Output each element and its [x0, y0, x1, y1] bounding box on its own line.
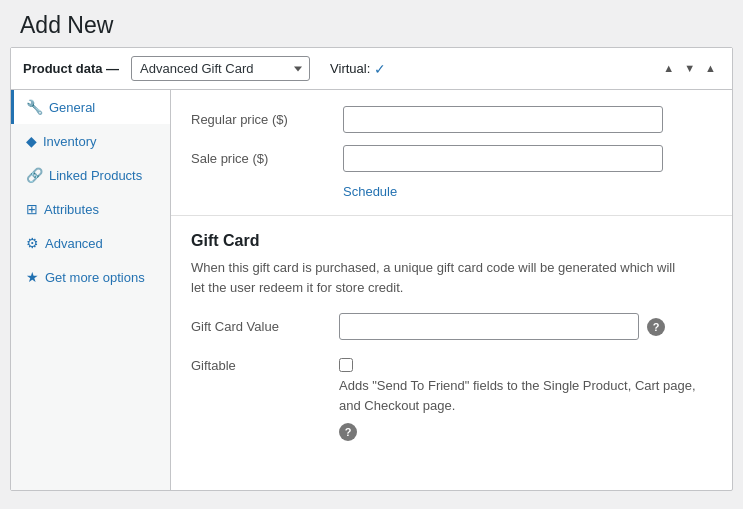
- general-icon: 🔧: [26, 99, 43, 115]
- linked-products-icon: 🔗: [26, 167, 43, 183]
- giftable-checkbox[interactable]: [339, 358, 353, 372]
- sidebar-label-inventory: Inventory: [43, 134, 96, 149]
- virtual-label: Virtual: ✓: [330, 61, 386, 77]
- regular-price-input[interactable]: [343, 106, 663, 133]
- header-arrows: ▲ ▼ ▲: [659, 61, 720, 76]
- collapse-up-button[interactable]: ▲: [659, 61, 678, 76]
- giftcard-value-input[interactable]: [339, 313, 639, 340]
- product-data-container: Product data — Advanced Gift Card Simple…: [10, 47, 733, 491]
- collapse-down-button[interactable]: ▼: [680, 61, 699, 76]
- regular-price-row: Regular price ($): [191, 106, 712, 133]
- sidebar-item-general[interactable]: 🔧 General: [11, 90, 170, 124]
- sidebar-item-advanced[interactable]: ⚙ Advanced: [11, 226, 170, 260]
- product-type-select-wrapper[interactable]: Advanced Gift Card Simple product Groupe…: [131, 56, 310, 81]
- toggle-expand-button[interactable]: ▲: [701, 61, 720, 76]
- pricing-section: Regular price ($) Sale price ($) Schedul…: [171, 90, 732, 216]
- schedule-row: Schedule: [191, 184, 712, 199]
- sidebar-item-get-more-options[interactable]: ★ Get more options: [11, 260, 170, 294]
- page-title: Add New: [20, 12, 723, 39]
- giftable-description: Adds "Send To Friend" fields to the Sing…: [339, 376, 699, 415]
- inventory-icon: ◆: [26, 133, 37, 149]
- giftcard-section: Gift Card When this gift card is purchas…: [171, 216, 732, 465]
- product-data-header: Product data — Advanced Gift Card Simple…: [11, 48, 732, 90]
- giftable-label: Giftable: [191, 356, 331, 373]
- giftable-help-icon[interactable]: ?: [339, 423, 357, 441]
- sale-price-input[interactable]: [343, 145, 663, 172]
- sale-price-row: Sale price ($): [191, 145, 712, 172]
- giftable-row: Giftable Adds "Send To Friend" fields to…: [191, 356, 712, 441]
- product-data-label: Product data —: [23, 61, 119, 76]
- sidebar-item-linked-products[interactable]: 🔗 Linked Products: [11, 158, 170, 192]
- get-more-options-icon: ★: [26, 269, 39, 285]
- sidebar-label-linked-products: Linked Products: [49, 168, 142, 183]
- sidebar-item-inventory[interactable]: ◆ Inventory: [11, 124, 170, 158]
- sidebar: 🔧 General ◆ Inventory 🔗 Linked Products …: [11, 90, 171, 490]
- regular-price-label: Regular price ($): [191, 112, 331, 127]
- attributes-icon: ⊞: [26, 201, 38, 217]
- virtual-text: Virtual:: [330, 61, 370, 76]
- giftcard-title: Gift Card: [191, 232, 712, 250]
- product-data-body: 🔧 General ◆ Inventory 🔗 Linked Products …: [11, 90, 732, 490]
- product-type-select[interactable]: Advanced Gift Card Simple product Groupe…: [131, 56, 310, 81]
- giftcard-description: When this gift card is purchased, a uniq…: [191, 258, 691, 297]
- sale-price-label: Sale price ($): [191, 151, 331, 166]
- sidebar-label-general: General: [49, 100, 95, 115]
- giftcard-value-row: Gift Card Value ?: [191, 313, 712, 340]
- sidebar-label-advanced: Advanced: [45, 236, 103, 251]
- sidebar-label-get-more-options: Get more options: [45, 270, 145, 285]
- sidebar-label-attributes: Attributes: [44, 202, 99, 217]
- schedule-link[interactable]: Schedule: [343, 184, 397, 199]
- giftcard-value-help-icon[interactable]: ?: [647, 318, 665, 336]
- sidebar-item-attributes[interactable]: ⊞ Attributes: [11, 192, 170, 226]
- main-content: Regular price ($) Sale price ($) Schedul…: [171, 90, 732, 490]
- virtual-checkmark: ✓: [374, 61, 386, 77]
- page-header: Add New: [0, 0, 743, 47]
- advanced-icon: ⚙: [26, 235, 39, 251]
- giftable-checkbox-content: Adds "Send To Friend" fields to the Sing…: [339, 356, 699, 441]
- giftcard-value-label: Gift Card Value: [191, 319, 331, 334]
